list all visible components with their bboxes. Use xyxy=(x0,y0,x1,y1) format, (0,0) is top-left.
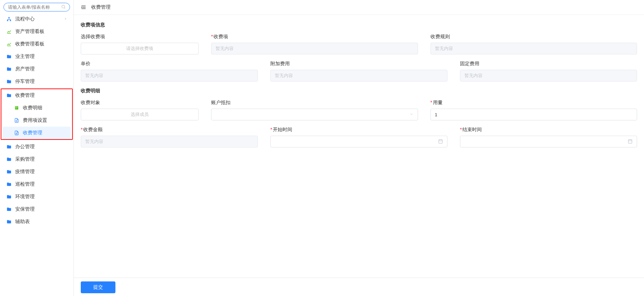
placeholder-text: 暂无内容 xyxy=(85,73,103,79)
field-fee-amount: 暂无内容 xyxy=(81,136,258,147)
footer-bar: 提交 xyxy=(74,278,644,296)
label-unit-price: 单价 xyxy=(81,61,258,67)
sidebar-item-label: 收费明细 xyxy=(23,105,42,111)
search-icon xyxy=(61,4,66,10)
folder-icon xyxy=(6,219,12,225)
sidebar-item-property-mgmt[interactable]: 房产管理 xyxy=(3,63,71,75)
sidebar-item-label: 业主管理 xyxy=(15,53,35,60)
svg-rect-4 xyxy=(10,20,11,21)
label-fixed-fee: 固定费用 xyxy=(460,61,637,67)
field-extra-fee: 暂无内容 xyxy=(270,70,447,82)
folder-icon xyxy=(6,194,12,200)
field-unit-price: 暂无内容 xyxy=(81,70,258,82)
sidebar-item-label: 疫情管理 xyxy=(15,169,35,175)
placeholder-text: 请选择收费项 xyxy=(126,45,153,52)
label-fee-target: 收费对象 xyxy=(81,100,199,106)
page-title: 收费管理 xyxy=(91,4,111,10)
chevron-right-icon xyxy=(64,17,67,22)
label-fee-item: 收费项 xyxy=(211,34,418,40)
placeholder-text: 暂无内容 xyxy=(435,45,453,52)
sheet-icon xyxy=(14,105,19,111)
input-start-time[interactable] xyxy=(270,136,447,147)
folder-icon xyxy=(6,157,12,162)
calendar-icon xyxy=(438,139,443,145)
sidebar-item-label: 停车管理 xyxy=(15,78,35,85)
sidebar-item-label: 流程中心 xyxy=(15,16,35,22)
sidebar-item-label: 费用项设置 xyxy=(23,117,47,124)
sidebar-item-label: 安保管理 xyxy=(15,206,35,212)
collapse-icon[interactable] xyxy=(81,5,86,10)
field-fee-rule: 暂无内容 xyxy=(430,43,637,54)
sidebar-item-fee-mgmt[interactable]: 收费管理 xyxy=(3,89,71,102)
sidebar-item-label: 采购管理 xyxy=(15,156,35,162)
select-fee-item[interactable]: 请选择收费项 xyxy=(81,43,199,54)
sidebar-item-purchase-mgmt[interactable]: 采购管理 xyxy=(3,153,71,166)
header-bar: 收费管理 xyxy=(74,0,644,15)
sidebar: 流程中心资产管理看板收费管理看板业主管理房产管理停车管理 收费管理 收费明细 费… xyxy=(0,0,74,296)
folder-icon xyxy=(6,181,12,187)
folder-icon xyxy=(6,79,12,84)
chevron-down-icon xyxy=(409,112,414,117)
main-area: 收费管理 收费项信息 选择收费项 请选择收费项 收费项 暂无内容 收费规则 暂无… xyxy=(74,0,644,296)
svg-line-1 xyxy=(64,8,66,9)
placeholder-text: 暂无内容 xyxy=(85,138,103,145)
sidebar-item-asset-dashboard[interactable]: 资产管理看板 xyxy=(3,25,71,38)
sidebar-item-label: 房产管理 xyxy=(15,66,35,72)
chart-icon xyxy=(6,41,12,47)
section-fee-detail-title: 收费明细 xyxy=(81,88,637,94)
sidebar-item-label: 收费管理 xyxy=(23,130,42,136)
sidebar-item-aux-table[interactable]: 辅助表 xyxy=(3,215,71,228)
sidebar-item-inspection-mgmt[interactable]: 巡检管理 xyxy=(3,178,71,191)
svg-rect-3 xyxy=(7,20,8,21)
svg-rect-19 xyxy=(628,139,632,143)
input-usage[interactable] xyxy=(430,109,637,120)
sidebar-item-epidemic-mgmt[interactable]: 疫情管理 xyxy=(3,166,71,178)
sidebar-item-label: 办公管理 xyxy=(15,144,35,150)
sidebar-item-label: 巡检管理 xyxy=(15,181,35,187)
sidebar-item-office-mgmt[interactable]: 办公管理 xyxy=(3,141,71,153)
sidebar-item-label: 环境管理 xyxy=(15,194,35,200)
placeholder-text: 暂无内容 xyxy=(275,73,293,79)
label-fee-rule: 收费规则 xyxy=(430,34,637,40)
sidebar-item-env-mgmt[interactable]: 环境管理 xyxy=(3,191,71,203)
field-fixed-fee: 暂无内容 xyxy=(460,70,637,82)
sidebar-item-security-mgmt[interactable]: 安保管理 xyxy=(3,203,71,215)
form-content: 收费项信息 选择收费项 请选择收费项 收费项 暂无内容 收费规则 暂无内容 xyxy=(74,15,644,296)
sidebar-item-fee-dashboard[interactable]: 收费管理看板 xyxy=(3,38,71,50)
placeholder-text: 暂无内容 xyxy=(464,73,482,79)
sidebar-item-flow-center[interactable]: 流程中心 xyxy=(3,13,71,25)
doc-icon xyxy=(14,130,19,136)
chart-icon xyxy=(6,29,12,34)
section-fee-info-title: 收费项信息 xyxy=(81,22,637,28)
sidebar-item-owner-mgmt[interactable]: 业主管理 xyxy=(3,50,71,63)
search-input[interactable] xyxy=(3,3,70,11)
calendar-icon xyxy=(628,139,633,145)
folder-icon xyxy=(6,169,12,175)
sidebar-subitem-fee-detail[interactable]: 收费明细 xyxy=(3,102,71,114)
doc-icon xyxy=(14,118,19,123)
submit-button[interactable]: 提交 xyxy=(81,281,115,293)
label-account-deduct: 账户抵扣 xyxy=(211,100,418,106)
label-fee-amount: 收费金额 xyxy=(81,127,258,133)
folder-icon xyxy=(6,206,12,212)
svg-rect-2 xyxy=(8,17,10,18)
sitemap-icon xyxy=(6,16,12,22)
folder-icon xyxy=(6,93,12,98)
select-account-deduct[interactable] xyxy=(211,109,418,120)
label-end-time: 结束时间 xyxy=(460,127,637,133)
sidebar-item-label: 收费管理看板 xyxy=(15,41,44,47)
sidebar-subitem-fee-item-config[interactable]: 费用项设置 xyxy=(3,114,71,127)
folder-icon xyxy=(6,54,12,59)
svg-rect-5 xyxy=(15,106,18,109)
sidebar-highlight-box: 收费管理 收费明细 费用项设置 收费管理 xyxy=(1,88,73,140)
label-start-time: 开始时间 xyxy=(270,127,447,133)
placeholder-text: 选择成员 xyxy=(131,111,149,118)
select-fee-target[interactable]: 选择成员 xyxy=(81,109,199,120)
svg-point-0 xyxy=(62,5,64,8)
label-usage: 用量 xyxy=(430,100,637,106)
sidebar-item-parking-mgmt[interactable]: 停车管理 xyxy=(3,75,71,88)
input-end-time[interactable] xyxy=(460,136,637,147)
label-select-fee-item: 选择收费项 xyxy=(81,34,199,40)
sidebar-subitem-fee-admin[interactable]: 收费管理 xyxy=(3,127,71,139)
sidebar-item-label: 辅助表 xyxy=(15,219,30,225)
